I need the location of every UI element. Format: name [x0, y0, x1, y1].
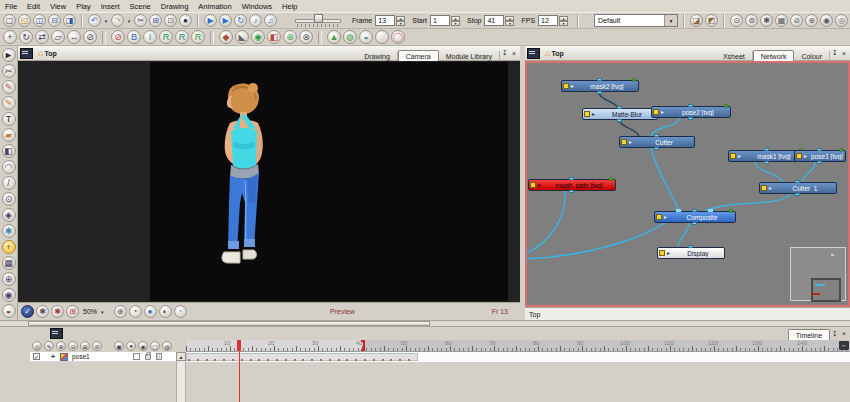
node-thumbnail-toggle[interactable]	[653, 109, 659, 115]
tool-icon[interactable]: ⊙	[2, 192, 16, 206]
spinner-value[interactable]: 12	[538, 15, 558, 26]
tool-icon[interactable]: ◉	[2, 288, 16, 302]
camera-option-icon[interactable]: ✱	[51, 305, 64, 318]
view-mode-icon[interactable]: ◔	[129, 305, 142, 318]
minimap-viewbox[interactable]	[811, 278, 841, 302]
layer-expand-icon[interactable]: +	[51, 353, 55, 360]
node-render-flag[interactable]	[632, 78, 636, 82]
node-thumbnail-toggle[interactable]	[563, 83, 569, 89]
node-output-port[interactable]	[617, 119, 622, 122]
transform-tool-icon[interactable]: +	[3, 30, 17, 44]
workspace-toolbar-icon[interactable]: ◩	[705, 14, 718, 27]
menu-item[interactable]: Help	[282, 2, 297, 11]
edit-toolbar-icon[interactable]: ▾	[103, 14, 109, 27]
camera-panel-tab[interactable]: Drawing	[357, 51, 398, 61]
node-output-port[interactable]	[569, 190, 574, 193]
scene-tool-icon[interactable]: ◣	[235, 30, 249, 44]
transform-tool-icon[interactable]: ↔	[67, 30, 81, 44]
panel-pin-icon[interactable]: ↧	[830, 330, 840, 338]
home-icon[interactable]: ⌂	[38, 49, 43, 58]
onion-tool-icon[interactable]: ▲	[327, 30, 341, 44]
node-thumbnail-toggle[interactable]	[796, 153, 802, 159]
network-panel-tab[interactable]: Xsheet	[716, 51, 753, 61]
scene-tool-icon[interactable]: ◆	[219, 30, 233, 44]
drawing-tool-icon[interactable]: R	[191, 30, 205, 44]
spinner-arrows[interactable]: ▴▾	[559, 16, 568, 26]
layer-checkbox[interactable]: ✓	[33, 353, 40, 360]
file-toolbar-icon[interactable]: ◫	[33, 14, 46, 27]
node-expand-icon[interactable]: ►	[737, 153, 742, 159]
drawing-tool-icon[interactable]: B	[127, 30, 141, 44]
onion-tool-icon[interactable]: ◯	[391, 30, 405, 44]
network-node[interactable]: ► pose2 [tvg]	[651, 106, 731, 118]
view-mode-icon[interactable]: ◐	[159, 305, 172, 318]
view-mode-icon[interactable]: ⊕	[114, 305, 127, 318]
node-expand-icon[interactable]: ►	[591, 111, 596, 117]
camera-option-icon[interactable]: ⊞	[66, 305, 79, 318]
node-output-port[interactable]	[688, 117, 693, 120]
tool-icon[interactable]: ✂	[2, 64, 16, 78]
view-toolbar-icon[interactable]: ◉	[820, 14, 833, 27]
file-toolbar-icon[interactable]: ⊟	[48, 14, 61, 27]
onion-tool-icon[interactable]: ◒	[359, 30, 373, 44]
node-expand-icon[interactable]: ►	[803, 153, 808, 159]
stop-frame-bracket[interactable]	[361, 340, 365, 351]
tool-icon[interactable]: ◧	[2, 144, 16, 158]
node-thumbnail-toggle[interactable]	[530, 182, 536, 188]
lock-icon[interactable]	[145, 354, 151, 360]
scene-tool-icon[interactable]: ⊛	[283, 30, 297, 44]
playback-toolbar-icon[interactable]: ▶	[204, 14, 217, 27]
edit-toolbar-icon[interactable]: ↶	[88, 14, 101, 27]
camera-panel-tab[interactable]: Module Library	[439, 51, 500, 61]
view-toolbar-icon[interactable]: ▦	[775, 14, 788, 27]
node-output-port[interactable]	[654, 147, 659, 150]
node-output-port[interactable]	[597, 91, 602, 94]
node-render-flag[interactable]	[839, 148, 843, 152]
node-output-port[interactable]	[795, 193, 800, 196]
node-render-flag[interactable]	[724, 104, 728, 108]
panel-pin-icon[interactable]: ↧	[830, 49, 840, 57]
menu-item[interactable]: Insert	[101, 2, 120, 11]
node-output-port[interactable]	[692, 222, 697, 225]
node-input-port[interactable]	[764, 148, 769, 151]
view-toolbar-icon[interactable]: ◎	[835, 14, 848, 27]
onion-tool-icon[interactable]: ◌	[375, 30, 389, 44]
network-node[interactable]: ► Matte-Blur	[582, 108, 658, 120]
edit-toolbar-icon[interactable]: ✂	[134, 14, 147, 27]
tool-icon[interactable]: ▰	[2, 128, 16, 142]
node-input-port[interactable]	[597, 78, 602, 81]
view-toolbar-icon[interactable]: ⊚	[745, 14, 758, 27]
network-canvas[interactable]: ► mask2 [tvg] ► Matte-Blur ► pose2 [tvg]	[525, 61, 850, 307]
camera-option-icon[interactable]: ✱	[36, 305, 49, 318]
panel-menu-icon[interactable]	[50, 328, 63, 339]
node-render-flag[interactable]	[609, 177, 613, 181]
view-mode-icon[interactable]: ◔	[174, 305, 187, 318]
camera-option-icon[interactable]: ✓	[21, 305, 34, 318]
node-thumbnail-toggle[interactable]	[730, 153, 736, 159]
transform-tool-icon[interactable]: ⇄	[35, 30, 49, 44]
node-expand-icon[interactable]: ►	[666, 250, 671, 256]
workspace-toolbar-icon[interactable]: ◪	[690, 14, 703, 27]
layer-frames-track[interactable]	[186, 352, 850, 362]
network-node[interactable]: ► pose1 [tvg]	[794, 150, 846, 162]
transform-tool-icon[interactable]: ↻	[19, 30, 33, 44]
spinner-value[interactable]: 1	[430, 15, 450, 26]
timeline-onion-icon[interactable]: ◉	[138, 341, 148, 351]
node-expand-icon[interactable]: ►	[537, 182, 542, 188]
timeline-ruler[interactable]: 102030405060708090100110120130140 ↔	[186, 340, 850, 352]
timeline-onion-icon[interactable]: ◍	[162, 341, 172, 351]
node-input-port[interactable]	[795, 180, 800, 183]
onion-tool-icon[interactable]: ◍	[343, 30, 357, 44]
timeline-row[interactable]: ✓ + pose1	[0, 352, 850, 362]
timeline-onion-icon[interactable]: ▢	[150, 341, 160, 351]
file-toolbar-icon[interactable]: ◱	[18, 14, 31, 27]
panel-close-icon[interactable]: ×	[840, 330, 848, 337]
tool-icon[interactable]: ⊕	[2, 272, 16, 286]
timeline-layer-icon[interactable]: ⊖	[68, 341, 78, 351]
spinner-arrows[interactable]: ▴▾	[505, 16, 514, 26]
home-icon[interactable]: ⌂	[545, 49, 550, 58]
drawing-tool-icon[interactable]: R	[159, 30, 173, 44]
layer-cell[interactable]: ✓ + pose1	[30, 352, 176, 362]
node-input-port[interactable]	[688, 104, 693, 107]
file-toolbar-icon[interactable]: ◨	[63, 14, 76, 27]
